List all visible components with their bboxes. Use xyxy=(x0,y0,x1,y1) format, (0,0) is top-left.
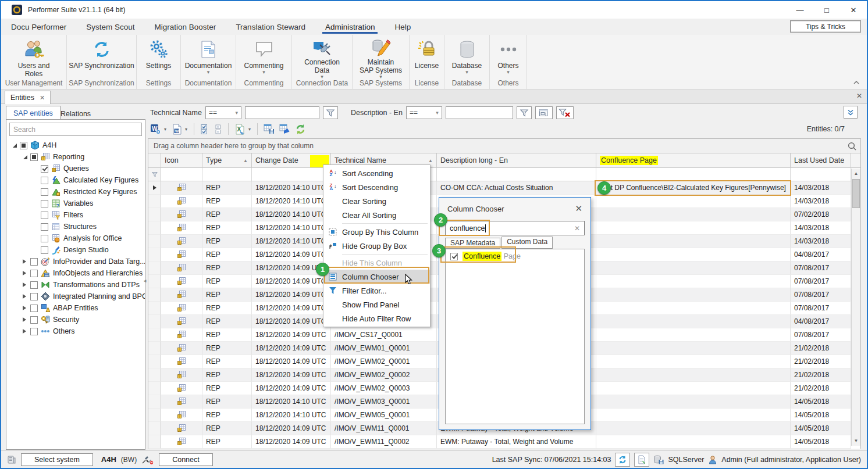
technical-name-filter-button[interactable] xyxy=(323,106,338,119)
tree-item-structures[interactable]: Structures xyxy=(6,221,145,232)
tree-item-design-studio[interactable]: Design Studio xyxy=(6,244,145,256)
menu-item-clear-sorting[interactable]: Clear Sorting xyxy=(323,194,430,208)
filter-cell[interactable] xyxy=(202,168,252,181)
tree-item-queries[interactable]: Queries xyxy=(6,163,145,174)
chevron-down-icon[interactable]: ▾ xyxy=(163,127,169,132)
ribbon-button-others[interactable] xyxy=(500,38,517,60)
tree-checkbox[interactable] xyxy=(41,223,48,231)
refresh-button[interactable] xyxy=(293,121,308,137)
tips-and-tricks-button[interactable]: Tips & Tricks xyxy=(790,20,861,33)
check-all-button[interactable] xyxy=(198,121,212,137)
filter-cell[interactable] xyxy=(437,168,596,181)
dialog-close-icon[interactable]: ✕ xyxy=(575,203,582,214)
technical-name-operator-select[interactable]: ==▾ xyxy=(205,106,241,119)
tree-checkbox[interactable] xyxy=(30,153,38,161)
filter-cell[interactable] xyxy=(161,168,202,181)
ribbon-button-license[interactable] xyxy=(417,38,437,60)
description-filter-button[interactable] xyxy=(517,106,532,119)
column-header-confluence-page[interactable]: Confluence Page xyxy=(596,153,791,167)
menu-item-system-scout[interactable]: System Scout xyxy=(76,19,144,35)
confluence-page-checkbox[interactable] xyxy=(450,253,458,260)
word-settings-button[interactable]: W xyxy=(148,121,163,137)
tree-checkbox[interactable] xyxy=(41,177,48,184)
tree-checkbox[interactable] xyxy=(41,188,48,196)
ribbon-button-documentation[interactable] xyxy=(200,38,217,60)
sync-log-button[interactable] xyxy=(634,453,649,467)
ribbon-button-settings[interactable] xyxy=(149,38,169,60)
tree-expander-icon[interactable] xyxy=(11,142,17,148)
menu-item-help[interactable]: Help xyxy=(385,19,421,35)
table-row[interactable]: REP18/12/2020 14:10 UTCCO-OM CCA: Actual… xyxy=(148,181,860,195)
tab-sap-entities[interactable]: SAP entities xyxy=(6,106,61,120)
menu-item-sort-ascending[interactable]: AZ↓Sort Ascending xyxy=(323,166,430,180)
filter-cell[interactable] xyxy=(252,168,331,181)
column-header-icon[interactable]: Icon xyxy=(161,153,202,167)
tree-checkbox[interactable] xyxy=(41,212,48,219)
menu-item-migration-booster[interactable]: Migration Booster xyxy=(145,19,226,35)
table-row[interactable]: REP18/12/2020 14:09 UTC/IMO/V_EWM11_Q000… xyxy=(148,435,860,449)
ribbon-button-user-management[interactable] xyxy=(23,38,44,60)
ribbon-button-sap-synchronization[interactable] xyxy=(93,38,111,60)
menu-item-group-by-this-column[interactable]: Group By This Column xyxy=(323,225,430,239)
scroll-up-icon[interactable]: ▲ xyxy=(852,169,860,178)
clear-search-icon[interactable]: ✕ xyxy=(574,224,580,232)
expand-filters-button[interactable] xyxy=(844,106,858,119)
load-layout-button[interactable] xyxy=(277,121,293,137)
tree-checkbox[interactable] xyxy=(41,246,48,254)
chevron-down-icon[interactable]: ▾ xyxy=(184,127,190,132)
column-header-last-used-date[interactable]: Last Used Date xyxy=(791,153,851,167)
minimize-button[interactable]: — xyxy=(787,1,813,19)
tree-item-calculated-key-figures[interactable]: Calculated Key Figures xyxy=(6,174,145,186)
tab-custom-data[interactable]: Custom Data xyxy=(501,237,553,249)
chevron-down-icon[interactable]: ▾ xyxy=(248,127,254,132)
tab-sap-metadata[interactable]: SAP Metadata xyxy=(445,238,500,249)
ribbon-collapse-icon[interactable] xyxy=(853,80,860,85)
excel-export-button[interactable]: X xyxy=(232,121,248,137)
connect-button[interactable]: Connect xyxy=(159,453,213,466)
tree-expander-icon[interactable] xyxy=(22,270,27,276)
tree-checkbox[interactable] xyxy=(30,305,38,312)
tree-expander-icon[interactable] xyxy=(22,293,27,299)
tree-checkbox[interactable] xyxy=(30,281,38,289)
menu-item-hide-group-by-box[interactable]: Hide Group By Box xyxy=(323,239,430,253)
tree-expander-icon[interactable] xyxy=(22,328,27,334)
tree-item-infoprovider-and-data-targ-[interactable]: InfoProvider and Data Targ... xyxy=(6,256,145,267)
menu-item-filter-editor-[interactable]: Filter Editor... xyxy=(323,284,430,298)
select-system-button[interactable]: Select system xyxy=(21,453,93,466)
tree-checkbox[interactable] xyxy=(30,316,38,324)
description-operator-select[interactable]: ==▾ xyxy=(406,106,442,119)
menu-item-sort-descending[interactable]: ZA↓Sort Descending xyxy=(323,180,430,194)
menu-item-show-find-panel[interactable]: Show Find Panel xyxy=(323,298,430,312)
tree-expander-icon[interactable] xyxy=(22,305,27,311)
tree-expander-icon[interactable] xyxy=(22,282,27,288)
column-header-description-long-en[interactable]: Description long - En xyxy=(437,153,596,167)
technical-name-filter-input[interactable] xyxy=(245,106,319,119)
tree-checkbox[interactable] xyxy=(30,328,38,335)
scrollbar-thumb[interactable] xyxy=(852,179,860,208)
menu-item-docu-performer[interactable]: Docu Performer xyxy=(1,19,76,35)
ribbon-button-connection-data[interactable] xyxy=(312,38,333,57)
tree-checkbox[interactable] xyxy=(30,293,38,300)
search-input[interactable] xyxy=(9,123,142,136)
tree-item-security[interactable]: Security xyxy=(6,314,145,325)
tabbar-close-icon[interactable]: ✕ xyxy=(856,92,862,100)
sync-refresh-button[interactable] xyxy=(615,453,630,467)
column-item-confluence-page[interactable]: Confluence Page xyxy=(446,249,584,263)
menu-item-translation-steward[interactable]: Translation Steward xyxy=(226,19,315,35)
tree-item-others[interactable]: Others xyxy=(6,325,145,337)
tree-checkbox[interactable] xyxy=(41,165,48,173)
uncheck-all-button[interactable] xyxy=(212,121,225,137)
ribbon-button-database[interactable] xyxy=(458,38,476,60)
close-button[interactable]: ✕ xyxy=(840,1,867,19)
tree-checkbox[interactable] xyxy=(41,235,48,242)
save-layout-button[interactable] xyxy=(261,121,277,137)
filter-cell[interactable] xyxy=(596,168,791,181)
tree-checkbox[interactable] xyxy=(30,270,38,277)
description-filter-input[interactable] xyxy=(446,106,513,119)
grid-vertical-scrollbar[interactable]: ▲ ▼ xyxy=(851,169,860,446)
tree-item-transformations-and-dtps[interactable]: Transformations and DTPs xyxy=(6,279,145,291)
tree-item-abap-entities[interactable]: ABAP Entities xyxy=(6,302,145,314)
maximize-button[interactable]: □ xyxy=(813,1,840,19)
tree-item-reporting[interactable]: Reporting xyxy=(6,151,145,163)
word-document-button[interactable]: W xyxy=(169,121,184,137)
